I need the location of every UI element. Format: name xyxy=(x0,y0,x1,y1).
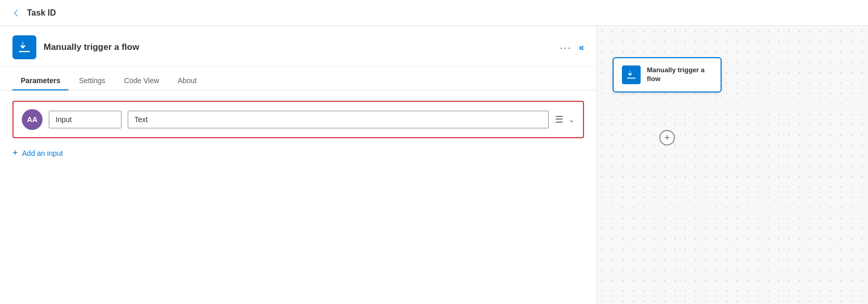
collapse-button[interactable]: « xyxy=(579,42,584,53)
row-actions: ☰ ⌄ xyxy=(555,114,575,125)
trigger-header: Manually trigger a flow ··· « xyxy=(0,26,596,67)
input-row: AA ☰ ⌄ xyxy=(12,101,584,138)
tab-parameters[interactable]: Parameters xyxy=(12,71,69,90)
tab-about[interactable]: About xyxy=(169,71,205,90)
plus-icon: + xyxy=(12,148,18,158)
avatar: AA xyxy=(22,109,43,130)
input-name-field[interactable] xyxy=(49,111,121,128)
main-layout: Manually trigger a flow ··· « Parameters… xyxy=(0,26,868,304)
canvas-flow-node[interactable]: Manually trigger a flow xyxy=(613,57,722,92)
trigger-title: Manually trigger a flow xyxy=(44,42,560,52)
add-step-button[interactable]: + xyxy=(659,130,675,146)
canvas-panel: Manually trigger a flow + xyxy=(597,26,868,304)
more-options-button[interactable]: ··· xyxy=(560,42,572,54)
add-input-button[interactable]: + Add an input xyxy=(12,148,584,158)
node-icon xyxy=(622,65,641,84)
back-button[interactable] xyxy=(10,8,21,18)
trigger-actions: ··· « xyxy=(560,42,584,54)
tab-code-view[interactable]: Code View xyxy=(116,71,167,90)
tab-settings[interactable]: Settings xyxy=(71,71,114,90)
app-header: Task ID xyxy=(0,0,868,26)
node-label: Manually trigger a flow xyxy=(647,66,704,84)
chevron-down-icon[interactable]: ⌄ xyxy=(568,115,575,124)
left-panel: Manually trigger a flow ··· « Parameters… xyxy=(0,26,597,304)
input-type-field[interactable] xyxy=(128,111,549,128)
trigger-icon xyxy=(12,35,36,59)
menu-icon[interactable]: ☰ xyxy=(555,114,563,125)
tab-content-parameters: AA ☰ ⌄ + Add an input xyxy=(0,90,596,304)
page-title: Task ID xyxy=(27,8,56,18)
tab-bar: Parameters Settings Code View About xyxy=(0,71,596,90)
